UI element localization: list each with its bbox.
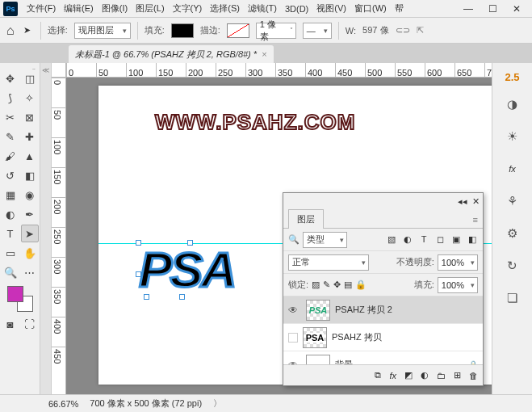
- close-panel-icon[interactable]: ✕: [472, 196, 480, 207]
- brush-tool[interactable]: 🖌: [2, 147, 19, 165]
- menu-view[interactable]: 视图(V): [312, 1, 350, 16]
- channels-panel-icon[interactable]: ↻: [501, 254, 524, 277]
- window-minimize[interactable]: —: [456, 1, 480, 17]
- quickmask-tool[interactable]: ◙: [2, 315, 19, 333]
- menu-3d[interactable]: 3D(D): [281, 2, 312, 15]
- group-icon[interactable]: 🗀: [437, 371, 446, 380]
- path-selection-tool[interactable]: ➤: [21, 225, 39, 242]
- layers-panel-icon[interactable]: ❏: [501, 287, 524, 309]
- adjustment-layer-icon[interactable]: ◐: [421, 370, 429, 380]
- filter-type-combo[interactable]: 类型: [303, 232, 347, 248]
- lock-all-icon[interactable]: 🔒: [355, 280, 367, 290]
- menu-filter[interactable]: 滤镜(T): [244, 1, 281, 16]
- blur-tool[interactable]: ◉: [21, 186, 39, 204]
- rectangle-tool[interactable]: ▭: [2, 244, 19, 262]
- close-tab-icon[interactable]: ×: [262, 49, 266, 59]
- dock-value[interactable]: 2.5: [505, 71, 519, 83]
- home-icon[interactable]: ⌂: [6, 23, 15, 38]
- menu-select[interactable]: 选择(S): [206, 1, 244, 16]
- layer-row[interactable]: 👁 PSA PSAHZ 拷贝 2: [283, 296, 483, 324]
- transform-handle[interactable]: [187, 240, 193, 246]
- document-tab[interactable]: 未标题-1 @ 66.7% (PSAHZ 拷贝 2, RGB/8#) * ×: [69, 45, 274, 63]
- zoom-level[interactable]: 66.67%: [48, 399, 78, 409]
- document-dimensions[interactable]: 700 像素 x 500 像素 (72 ppi): [90, 397, 202, 410]
- blend-mode-combo[interactable]: 正常: [288, 254, 369, 271]
- transform-handle[interactable]: [179, 294, 185, 300]
- link-layers-icon[interactable]: ⧉: [375, 370, 381, 380]
- magic-wand-tool[interactable]: ✧: [21, 89, 39, 107]
- lock-artboard-icon[interactable]: ▤: [344, 280, 352, 290]
- filter-shape-icon[interactable]: ◻: [434, 234, 446, 245]
- transform-handle[interactable]: [144, 294, 149, 300]
- panel-header[interactable]: ◂◂ ✕: [283, 193, 483, 209]
- panel-menu-icon[interactable]: ≡: [468, 212, 483, 228]
- type-tool[interactable]: T: [2, 225, 19, 242]
- eyedropper-tool[interactable]: ✎: [2, 128, 19, 145]
- filter-pixel-icon[interactable]: ▧: [386, 234, 397, 245]
- export-icon[interactable]: ⇱: [417, 25, 424, 36]
- dodge-tool[interactable]: ◐: [2, 205, 19, 223]
- menu-image[interactable]: 图像(I): [98, 1, 132, 16]
- filter-smart-icon[interactable]: ▣: [450, 234, 462, 245]
- menu-help[interactable]: 帮: [391, 1, 408, 16]
- fill-opacity-input[interactable]: 100%: [438, 277, 478, 293]
- lock-trans-icon[interactable]: ▨: [312, 280, 320, 290]
- eraser-tool[interactable]: ◧: [21, 166, 39, 184]
- stroke-size-input[interactable]: 1 像素: [256, 23, 296, 39]
- color-wells[interactable]: [7, 286, 33, 312]
- status-chevron-icon[interactable]: 〉: [213, 397, 222, 410]
- menu-layer[interactable]: 图层(L): [132, 1, 168, 16]
- transform-handle[interactable]: [136, 271, 141, 277]
- layer-name[interactable]: PSAHZ 拷贝 2: [335, 304, 392, 316]
- foreground-color[interactable]: [7, 286, 23, 302]
- visibility-icon[interactable]: 👁: [288, 305, 301, 316]
- healing-tool[interactable]: ✚: [21, 128, 39, 145]
- gradient-tool[interactable]: ▦: [2, 186, 19, 204]
- filter-toggle-icon[interactable]: ◧: [467, 234, 478, 245]
- filter-adjust-icon[interactable]: ◐: [402, 234, 413, 245]
- layer-thumbnail[interactable]: PSA: [306, 300, 330, 321]
- hand-tool[interactable]: ✋: [21, 244, 39, 262]
- layer-name[interactable]: 背景: [335, 359, 353, 364]
- color-panel-icon[interactable]: ◑: [501, 93, 524, 116]
- layer-fx-icon[interactable]: fx: [389, 371, 396, 380]
- zoom-tool[interactable]: 🔍: [2, 263, 19, 281]
- transform-handle[interactable]: [136, 240, 141, 246]
- window-close[interactable]: ✕: [505, 1, 529, 17]
- lock-pos-icon[interactable]: ✥: [333, 280, 341, 290]
- paths-panel-icon[interactable]: ⚙: [501, 222, 524, 245]
- lasso-tool[interactable]: ⟆: [2, 89, 19, 107]
- link-icon[interactable]: ⊂⊃: [396, 25, 410, 36]
- opacity-input[interactable]: 100%: [438, 254, 478, 271]
- visibility-icon[interactable]: [288, 333, 298, 343]
- stroke-style-combo[interactable]: —: [303, 23, 332, 39]
- frame-tool[interactable]: ⊠: [21, 108, 39, 126]
- layer-thumbnail[interactable]: [306, 355, 330, 365]
- swatches-panel-icon[interactable]: ☀: [501, 125, 524, 148]
- stamp-tool[interactable]: ▲: [21, 147, 39, 165]
- menu-edit[interactable]: 编辑(E): [60, 1, 98, 16]
- lock-paint-icon[interactable]: ✎: [323, 280, 330, 290]
- layer-row[interactable]: 👁 背景 🔒: [283, 351, 483, 364]
- layers-tab[interactable]: 图层: [288, 209, 324, 229]
- layer-mask-icon[interactable]: ◩: [404, 370, 413, 380]
- crop-tool[interactable]: ✂: [2, 108, 19, 126]
- delete-layer-icon[interactable]: 🗑: [469, 371, 478, 380]
- pen-tool[interactable]: ✒: [21, 205, 39, 223]
- search-icon[interactable]: 🔍: [288, 234, 300, 245]
- new-layer-icon[interactable]: ⊞: [454, 370, 461, 380]
- window-maximize[interactable]: ☐: [480, 1, 505, 17]
- collapse-icon[interactable]: ◂◂: [458, 196, 467, 207]
- screenmode-tool[interactable]: ⛶: [21, 315, 39, 333]
- edit-toolbar[interactable]: ⋯: [21, 263, 39, 281]
- menu-window[interactable]: 窗口(W): [350, 1, 391, 16]
- layer-thumbnail[interactable]: PSA: [303, 327, 327, 348]
- layer-row[interactable]: PSA PSAHZ 拷贝: [283, 324, 483, 351]
- layer-name[interactable]: PSAHZ 拷贝: [332, 331, 382, 343]
- adjustments-panel-icon[interactable]: ⚘: [501, 190, 524, 212]
- path-select-icon[interactable]: ➤: [21, 24, 34, 37]
- select-layer-combo[interactable]: 现用图层: [74, 23, 131, 39]
- history-brush-tool[interactable]: ↺: [2, 166, 19, 184]
- text-layer-content[interactable]: PSA: [139, 241, 234, 298]
- menu-type[interactable]: 文字(Y): [169, 1, 207, 16]
